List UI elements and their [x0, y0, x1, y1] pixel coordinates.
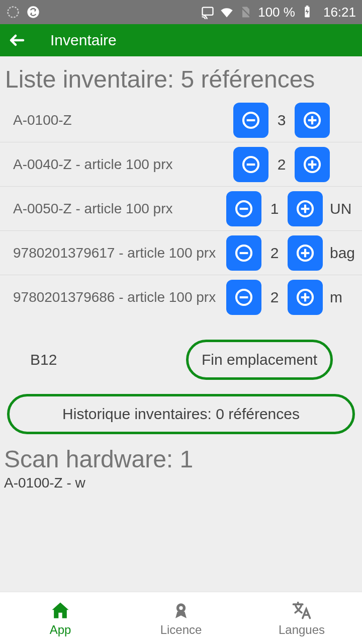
back-button[interactable]	[8, 31, 26, 49]
app-bar: Inventaire	[0, 24, 362, 56]
svg-point-0	[8, 7, 19, 18]
no-sim-icon	[239, 5, 253, 19]
bottom-nav: App Licence Langues	[0, 592, 362, 644]
nav-langues[interactable]: Langues	[241, 592, 362, 644]
list-item: 9780201379617 - article 100 prx 2 bag	[0, 231, 362, 275]
location-label: B12	[30, 351, 176, 368]
decrement-button[interactable]	[226, 191, 261, 226]
scan-heading: Scan hardware: 1	[0, 434, 362, 475]
decrement-button[interactable]	[226, 235, 261, 271]
page-title: Inventaire	[50, 32, 117, 49]
item-qty: 1	[268, 200, 281, 217]
cast-icon	[201, 5, 215, 19]
list-item: A-0100-Z 3	[0, 98, 362, 142]
sync-icon	[26, 5, 40, 19]
wifi-icon	[220, 5, 234, 19]
battery-charging-icon	[300, 5, 314, 19]
inventory-list: A-0100-Z 3 A-0040-Z - article 100 prx 2	[0, 98, 362, 319]
item-label: A-0050-Z - article 100 prx	[13, 201, 221, 217]
list-item: A-0040-Z - article 100 prx 2	[0, 142, 362, 187]
item-qty: 2	[268, 289, 281, 306]
status-bar: 100 % 16:21	[0, 0, 362, 24]
decrement-button[interactable]	[233, 147, 268, 182]
svg-point-32	[179, 606, 183, 609]
battery-percent: 100 %	[258, 5, 295, 20]
clock: 16:21	[323, 5, 356, 20]
increment-button[interactable]	[295, 103, 330, 138]
translate-icon	[291, 600, 313, 622]
nav-label: Langues	[279, 623, 325, 637]
nav-label: Licence	[160, 623, 202, 637]
item-unit: m	[330, 289, 357, 306]
nav-licence[interactable]: Licence	[121, 592, 241, 644]
item-unit: bag	[330, 245, 357, 262]
location-row: B12 Fin emplacement	[0, 319, 362, 385]
item-label: 9780201379686 - article 100 prx	[13, 289, 221, 305]
increment-button[interactable]	[295, 147, 330, 182]
badge-icon	[170, 600, 192, 622]
nav-app[interactable]: App	[0, 592, 121, 644]
item-label: 9780201379617 - article 100 prx	[13, 245, 221, 261]
item-unit: UN	[330, 200, 357, 217]
scan-line: A-0100-Z - w	[0, 475, 362, 491]
increment-button[interactable]	[288, 280, 323, 315]
item-label: A-0040-Z - article 100 prx	[13, 156, 228, 173]
item-label: A-0100-Z	[13, 112, 228, 128]
item-qty: 3	[276, 112, 288, 129]
list-item: A-0050-Z - article 100 prx 1 UN	[0, 187, 362, 231]
list-item: 9780201379686 - article 100 prx 2 m	[0, 275, 362, 319]
spinner-icon	[6, 5, 20, 19]
decrement-button[interactable]	[226, 280, 261, 315]
content-area: Liste inventaire: 5 références A-0100-Z …	[0, 56, 362, 592]
item-qty: 2	[268, 245, 281, 262]
home-icon	[49, 600, 71, 622]
item-qty: 2	[276, 156, 288, 173]
history-button[interactable]: Historique inventaires: 0 références	[7, 394, 355, 434]
svg-rect-5	[306, 6, 309, 7]
decrement-button[interactable]	[233, 103, 268, 138]
inventory-heading: Liste inventaire: 5 références	[0, 62, 362, 98]
nav-label: App	[50, 623, 71, 637]
end-location-button[interactable]: Fin emplacement	[186, 340, 333, 380]
increment-button[interactable]	[288, 191, 323, 226]
svg-rect-2	[203, 8, 213, 15]
increment-button[interactable]	[288, 235, 323, 271]
